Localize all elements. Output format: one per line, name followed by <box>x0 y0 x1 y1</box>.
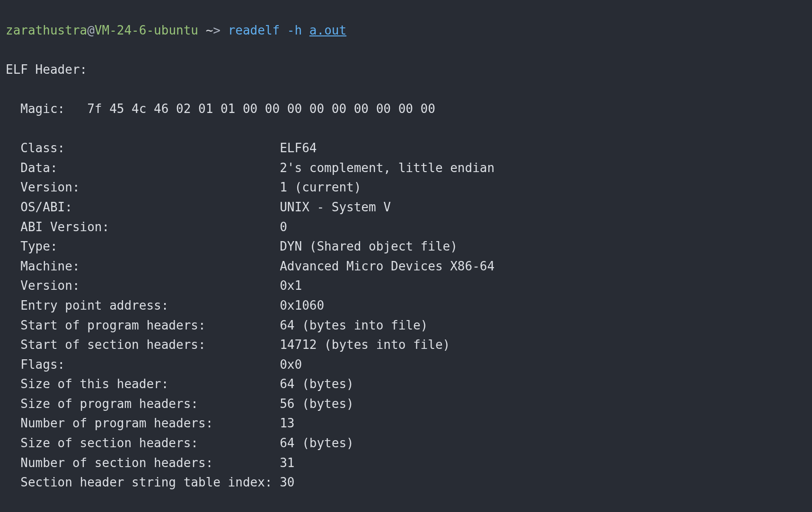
elf-field-value: 0x1 <box>280 278 302 293</box>
elf-magic-value: 7f 45 4c 46 02 01 01 00 00 00 00 00 00 0… <box>87 102 442 116</box>
prompt-at: @ <box>87 23 95 37</box>
elf-field-label: Section header string table index: <box>6 475 280 489</box>
elf-field-label: Data: <box>6 161 280 175</box>
elf-field-value: 1 (current) <box>280 180 361 194</box>
prompt-line[interactable]: zarathustra@VM-24-6-ubuntu ~> readelf -h… <box>6 21 806 41</box>
elf-field-value: UNIX - System V <box>280 200 391 214</box>
elf-field-value: 64 (bytes into file) <box>280 318 428 332</box>
elf-field-label: OS/ABI: <box>6 200 280 214</box>
elf-field-line: OS/ABI: UNIX - System V <box>6 198 806 217</box>
elf-field-label: Entry point address: <box>6 298 280 312</box>
elf-field-value: 14712 (bytes into file) <box>280 338 450 352</box>
elf-field-value: 31 <box>280 456 294 470</box>
elf-field-line: Entry point address: 0x1060 <box>6 296 806 316</box>
elf-field-line: Class: ELF64 <box>6 139 806 158</box>
elf-field-value: 56 (bytes) <box>280 397 354 411</box>
elf-field-value: 0x0 <box>280 357 302 372</box>
elf-field-label: Start of program headers: <box>6 318 280 332</box>
elf-field-line: Version: 0x1 <box>6 276 806 296</box>
elf-field-line: Version: 1 (current) <box>6 178 806 198</box>
elf-field-label: Size of program headers: <box>6 397 280 411</box>
elf-field-line: Flags: 0x0 <box>6 355 806 375</box>
elf-field-line: Size of program headers: 56 (bytes) <box>6 394 806 414</box>
elf-magic-line: Magic: 7f 45 4c 46 02 01 01 00 00 00 00 … <box>6 99 806 119</box>
elf-field-line: Size of section headers: 64 (bytes) <box>6 434 806 453</box>
elf-field-label: Version: <box>6 278 280 293</box>
elf-field-value: 0 <box>280 220 287 234</box>
prompt-arrow: > <box>213 23 228 37</box>
prompt-host: VM-24-6-ubuntu <box>95 23 198 37</box>
elf-field-value: 64 (bytes) <box>280 436 354 450</box>
elf-field-line: Start of section headers: 14712 (bytes i… <box>6 335 806 355</box>
elf-field-label: ABI Version: <box>6 220 280 234</box>
elf-field-line: Type: DYN (Shared object file) <box>6 237 806 257</box>
elf-field-label: Size of this header: <box>6 377 280 391</box>
elf-field-value: Advanced Micro Devices X86-64 <box>280 259 494 273</box>
elf-field-line: Section header string table index: 30 <box>6 473 806 493</box>
elf-field-value: 13 <box>280 416 294 430</box>
elf-field-value: 30 <box>280 475 294 489</box>
elf-field-line: Machine: Advanced Micro Devices X86-64 <box>6 257 806 277</box>
elf-field-label: Type: <box>6 239 280 253</box>
elf-field-label: Machine: <box>6 259 280 273</box>
command-file: a.out <box>309 23 346 37</box>
elf-field-value: 2's complement, little endian <box>280 161 494 175</box>
elf-field-value: 64 (bytes) <box>280 377 354 391</box>
elf-field-value: DYN (Shared object file) <box>280 239 458 253</box>
elf-magic-label: Magic: <box>6 102 87 116</box>
elf-field-value: ELF64 <box>280 141 317 155</box>
prompt-path: ~ <box>198 23 213 37</box>
elf-field-line: Data: 2's complement, little endian <box>6 158 806 178</box>
command-name: readelf <box>228 23 280 37</box>
elf-field-label: Version: <box>6 180 280 194</box>
elf-field-label: Size of section headers: <box>6 436 280 450</box>
elf-field-label: Number of program headers: <box>6 416 280 430</box>
elf-field-label: Class: <box>6 141 280 155</box>
elf-field-line: Start of program headers: 64 (bytes into… <box>6 316 806 336</box>
elf-field-label: Number of section headers: <box>6 456 280 470</box>
command-arg: -h <box>280 23 309 37</box>
elf-field-line: Size of this header: 64 (bytes) <box>6 374 806 394</box>
elf-field-line: Number of program headers: 13 <box>6 414 806 434</box>
prompt-user: zarathustra <box>6 23 87 37</box>
elf-field-value: 0x1060 <box>280 298 324 312</box>
elf-header-title: ELF Header: <box>6 60 806 80</box>
elf-field-label: Start of section headers: <box>6 338 280 352</box>
terminal-output[interactable]: zarathustra@VM-24-6-ubuntu ~> readelf -h… <box>0 0 812 512</box>
elf-field-line: Number of section headers: 31 <box>6 453 806 473</box>
elf-field-label: Flags: <box>6 357 280 372</box>
elf-field-line: ABI Version: 0 <box>6 217 806 237</box>
